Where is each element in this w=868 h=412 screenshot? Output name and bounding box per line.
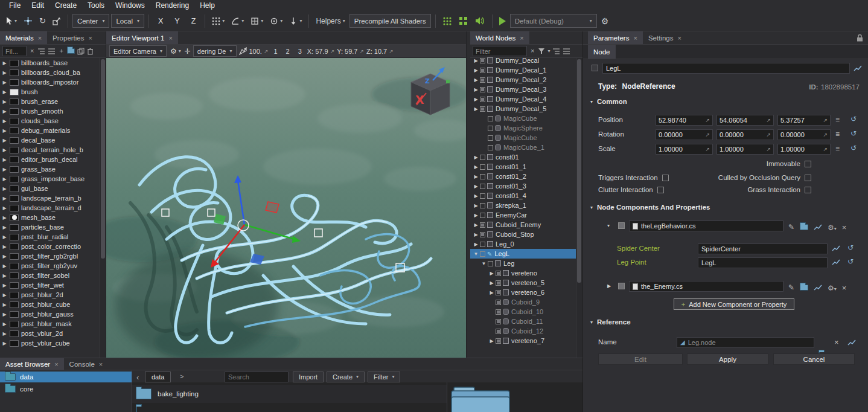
- gear-icon[interactable]: ⚙: [828, 224, 834, 232]
- expander-icon[interactable]: ▶: [2, 292, 7, 298]
- axis-y-toggle[interactable]: Y: [170, 15, 184, 27]
- material-item[interactable]: ▶brush: [0, 87, 100, 97]
- expander-icon[interactable]: ▶: [473, 203, 479, 208]
- select-tool-button[interactable]: ▾: [4, 15, 19, 27]
- position-menu-icon[interactable]: ≡: [835, 116, 840, 123]
- axis-x-toggle[interactable]: X: [153, 15, 168, 27]
- import-button[interactable]: Import: [293, 372, 324, 382]
- expander-icon[interactable]: ▶: [473, 232, 479, 237]
- material-item[interactable]: ▶billboards_impostor: [0, 77, 100, 87]
- expander-icon[interactable]: ▶: [2, 80, 7, 85]
- position-reset-icon[interactable]: ↺: [850, 115, 857, 123]
- world-node-row[interactable]: ▶Dummy_Decal_4: [470, 94, 576, 104]
- expander-icon[interactable]: ▶: [2, 196, 7, 201]
- expander-icon[interactable]: ▶: [2, 273, 7, 278]
- world-node-row[interactable]: ▶Dummy_Decal_3: [470, 85, 576, 94]
- expander-icon[interactable]: ▶: [2, 186, 7, 192]
- world-node-row[interactable]: ▶Leg_0: [470, 239, 576, 249]
- rotate-tool-button[interactable]: ↻: [37, 15, 48, 27]
- back-icon[interactable]: ‹: [135, 373, 140, 382]
- cancel-button[interactable]: Cancel: [773, 353, 855, 365]
- node-checkbox[interactable]: [488, 116, 493, 121]
- node-checkbox[interactable]: [480, 251, 485, 257]
- expander-icon[interactable]: ▶: [2, 89, 7, 95]
- expander-icon[interactable]: ▶: [2, 157, 7, 163]
- node-checkbox[interactable]: [496, 280, 501, 286]
- open-folder-icon[interactable]: [800, 285, 808, 291]
- material-item[interactable]: ▶brush_erase: [0, 97, 100, 106]
- node-checkbox[interactable]: [488, 145, 493, 150]
- node-checkbox[interactable]: [496, 319, 501, 324]
- node-checkbox[interactable]: [480, 184, 485, 189]
- spider-center-field[interactable]: SpiderCenter: [698, 243, 828, 254]
- filter-dropdown[interactable]: Filter ▾: [368, 372, 400, 382]
- flat-list-icon[interactable]: [48, 48, 56, 55]
- rotation-menu-icon[interactable]: ≡: [835, 130, 840, 138]
- immovable-checkbox[interactable]: [805, 161, 811, 167]
- expander-icon[interactable]: ▶: [2, 321, 7, 327]
- tab-asset-browser[interactable]: Asset Browser ×: [0, 358, 64, 370]
- node-checkbox[interactable]: [488, 135, 493, 141]
- world-node-row[interactable]: ▶Dummy_Decal_2: [470, 75, 576, 85]
- materials-filter-input[interactable]: [2, 46, 27, 56]
- scale-tool-button[interactable]: [50, 15, 63, 27]
- tab-console[interactable]: Console ×: [64, 358, 109, 370]
- material-item[interactable]: ▶landscape_terrain_d: [0, 203, 100, 213]
- close-icon[interactable]: ×: [54, 361, 58, 368]
- triggers-interaction-checkbox[interactable]: [662, 175, 669, 181]
- close-icon[interactable]: ×: [168, 34, 172, 42]
- world-nodes-scrollbar[interactable]: [576, 58, 582, 358]
- world-node-row[interactable]: ▶const01_2: [470, 172, 576, 181]
- pivot-mode-dropdown[interactable]: Center ▾: [72, 14, 110, 28]
- world-node-row[interactable]: ▶vereteno: [470, 268, 576, 278]
- position-x-field[interactable]: 52.98740↗: [656, 115, 713, 126]
- world-node-row[interactable]: MagicCube: [470, 133, 576, 143]
- remove-component-icon[interactable]: ×: [842, 284, 847, 292]
- expander-icon[interactable]: ▶: [473, 222, 479, 228]
- component-file-field[interactable]: the_Enemy.cs: [629, 281, 783, 292]
- drop-to-ground-button[interactable]: ▾: [287, 15, 304, 27]
- world-node-row[interactable]: ▶const01: [470, 152, 576, 162]
- scale-z-field[interactable]: 1.00000↗: [777, 144, 831, 155]
- menu-create[interactable]: Create: [49, 1, 82, 10]
- lock-icon[interactable]: [857, 34, 863, 42]
- node-checkbox[interactable]: [496, 300, 501, 305]
- run-configuration-dropdown[interactable]: Default (Debug) ▾: [510, 14, 597, 28]
- world-node-row[interactable]: ▶Cuboid_Enemy: [470, 220, 576, 230]
- tree-view-icon[interactable]: [552, 48, 560, 55]
- world-node-row[interactable]: ▶EnemyCar: [470, 210, 576, 220]
- rotation-reset-icon[interactable]: ↺: [850, 130, 857, 137]
- bookmark-2-button[interactable]: 2: [283, 47, 293, 56]
- add-component-button[interactable]: + Add New Component or Property: [674, 298, 794, 310]
- reset-icon[interactable]: ↺: [847, 244, 854, 251]
- node-checkbox[interactable]: [480, 203, 485, 208]
- component-enabled-checkbox[interactable]: [618, 222, 625, 229]
- close-icon[interactable]: ×: [99, 361, 103, 368]
- reference-name-field[interactable]: ◢ Leg.node: [677, 337, 814, 348]
- component-enabled-checkbox[interactable]: [618, 283, 625, 289]
- new-folder-icon[interactable]: [67, 48, 75, 54]
- coordinate-space-dropdown[interactable]: Local ▾: [111, 14, 144, 28]
- precompile-shaders-button[interactable]: Precompile All Shaders: [349, 14, 431, 28]
- clear-reference-icon[interactable]: ×: [834, 338, 839, 346]
- close-icon[interactable]: ×: [633, 34, 637, 42]
- node-checkbox[interactable]: [480, 242, 485, 247]
- menu-file[interactable]: File: [4, 1, 26, 10]
- world-node-row[interactable]: MagicCube_1: [470, 143, 576, 152]
- material-item[interactable]: ▶clouds_base: [0, 116, 100, 126]
- reference-chart-icon[interactable]: [814, 284, 822, 291]
- material-item[interactable]: ▶debug_materials: [0, 126, 100, 135]
- move-snap-button[interactable]: ▾: [209, 15, 227, 27]
- material-item[interactable]: ▶mesh_base: [0, 213, 100, 222]
- expander-icon[interactable]: ▶: [2, 225, 7, 230]
- breadcrumb-data[interactable]: data: [145, 372, 171, 382]
- clear-filter-icon[interactable]: ×: [529, 47, 535, 55]
- expander-icon[interactable]: ▶: [473, 106, 479, 112]
- scale-menu-icon[interactable]: ≡: [835, 145, 840, 152]
- scale-snap-button[interactable]: ▾: [248, 15, 266, 27]
- node-checkbox[interactable]: [480, 164, 485, 170]
- expander-icon[interactable]: ▶: [2, 109, 7, 114]
- rotation-z-field[interactable]: 0.00000↗: [777, 129, 831, 140]
- rotation-y-field[interactable]: 0.00000↗: [716, 129, 774, 140]
- copy-icon[interactable]: [77, 48, 85, 55]
